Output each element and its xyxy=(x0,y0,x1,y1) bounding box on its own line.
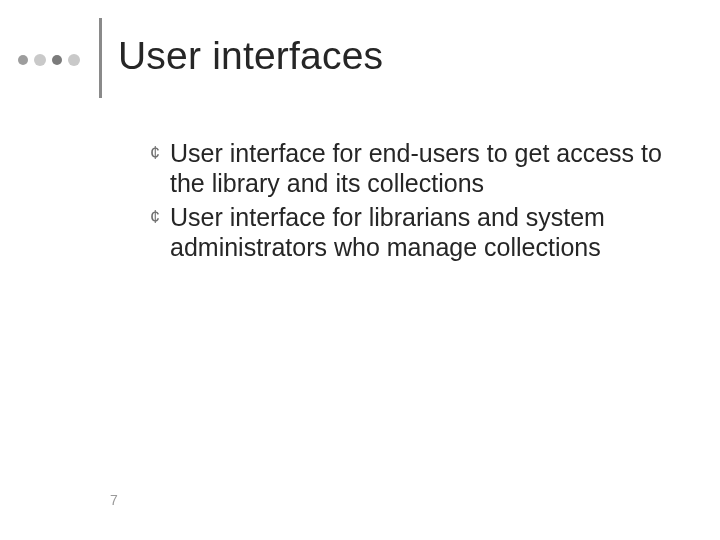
slide-title: User interfaces xyxy=(118,34,383,78)
page-number: 7 xyxy=(110,492,118,508)
dot-icon xyxy=(18,55,28,65)
slide-body: ¢ User interface for end-users to get ac… xyxy=(150,138,670,266)
bullet-icon: ¢ xyxy=(150,202,160,232)
bullet-text: User interface for librarians and system… xyxy=(170,202,670,262)
decorative-dots xyxy=(18,54,80,66)
dot-icon xyxy=(52,55,62,65)
bullet-icon: ¢ xyxy=(150,138,160,168)
vertical-divider xyxy=(99,18,102,98)
list-item: ¢ User interface for librarians and syst… xyxy=(150,202,670,262)
dot-icon xyxy=(34,54,46,66)
slide: User interfaces ¢ User interface for end… xyxy=(0,0,720,540)
dot-icon xyxy=(68,54,80,66)
list-item: ¢ User interface for end-users to get ac… xyxy=(150,138,670,198)
bullet-text: User interface for end-users to get acce… xyxy=(170,138,670,198)
